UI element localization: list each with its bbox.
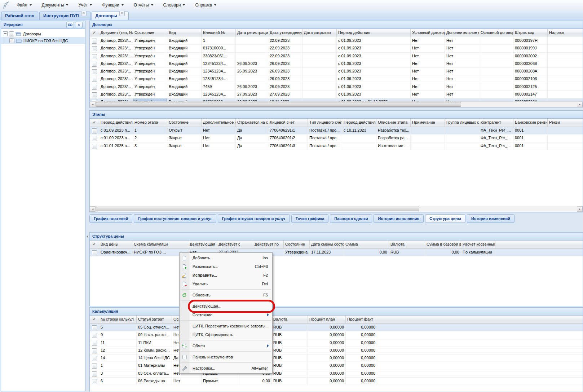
column-header[interactable]: Условный договор: [411, 29, 445, 37]
table-row[interactable]: Договор, 2023/...УтверждёнВходящий123451…: [90, 68, 583, 75]
column-header[interactable]: Дата смены состоя: [310, 241, 344, 248]
context-menu-item[interactable]: ЦИТК. Сформировать...: [180, 330, 272, 339]
column-header[interactable]: Банковские рекви: [513, 119, 548, 127]
column-header[interactable]: Примечание: [411, 119, 445, 127]
column-header[interactable]: Основной договор: [479, 29, 513, 37]
detail-tab[interactable]: График платежей: [89, 214, 132, 223]
close-icon[interactable]: ✕: [119, 11, 125, 16]
scroll-right-arrow[interactable]: ▸: [577, 206, 583, 212]
column-header[interactable]: Валюта: [389, 241, 425, 248]
column-header[interactable]: Контрагент: [479, 119, 513, 127]
column-header[interactable]: Дата регистрации.: [236, 29, 268, 37]
tab-inactive[interactable]: Рабочий стол: [1, 12, 38, 20]
tree-item[interactable]: Договоры: [1, 30, 85, 37]
close-icon[interactable]: ✕: [81, 11, 87, 16]
column-header[interactable]: Номер этапа: [133, 119, 167, 127]
row-checkbox[interactable]: [92, 371, 97, 376]
row-checkbox[interactable]: [92, 348, 97, 353]
table-row[interactable]: 606 Расходы наНетПрямые0,00RUB0,000000,0…: [90, 378, 583, 385]
row-checkbox[interactable]: [92, 356, 97, 361]
column-header[interactable]: Действующая: [188, 241, 217, 248]
detail-tab[interactable]: Точки графика: [291, 214, 329, 223]
column-header[interactable]: Процент план: [308, 316, 346, 323]
column-header[interactable]: Дополнительное с: [445, 29, 479, 37]
detail-tab[interactable]: История исполнения: [374, 214, 424, 223]
menubar-item[interactable]: Отчёты: [131, 1, 156, 9]
column-header[interactable]: Состояние: [167, 119, 202, 127]
select-all-column-header[interactable]: ✓: [90, 241, 99, 248]
column-header[interactable]: Штрих-код: [513, 29, 548, 37]
column-header[interactable]: Налогов: [548, 29, 583, 37]
context-menu-item[interactable]: ЦИТК. Пересчитать косвенные затраты...: [180, 322, 272, 330]
table-row[interactable]: 101 МатериалыНетПрямые0,00RUB0,000000,00…: [90, 362, 583, 370]
menubar-item[interactable]: Функции: [99, 1, 126, 9]
column-header[interactable]: Действует по: [253, 241, 284, 248]
column-header[interactable]: Валюта: [272, 316, 308, 323]
column-header[interactable]: Состояние: [284, 241, 310, 248]
context-menu-item[interactable]: Исправить...F2: [180, 271, 272, 279]
column-header[interactable]: Тип лицевого счёт: [308, 119, 342, 127]
menubar-item[interactable]: Учёт: [75, 1, 95, 9]
row-checkbox[interactable]: [92, 364, 97, 369]
row-checkbox[interactable]: [92, 92, 97, 97]
tree-checkbox[interactable]: [9, 31, 14, 36]
row-checkbox[interactable]: [92, 144, 97, 149]
scroll-left-arrow[interactable]: [87, 235, 88, 238]
table-row[interactable]: 1111 ПКИНетRUB0,000000,00000: [90, 339, 583, 347]
column-header[interactable]: Группа лицевых с: [445, 119, 479, 127]
column-header[interactable]: Лицевой счёт: [268, 119, 308, 127]
scroll-left-arrow[interactable]: ◂: [90, 206, 96, 212]
row-checkbox[interactable]: [92, 39, 97, 44]
context-menu-item[interactable]: Состояние: [180, 310, 272, 319]
column-header[interactable]: Действует с: [217, 241, 253, 248]
detail-tab[interactable]: Паспорта сделки: [330, 214, 372, 223]
row-checkbox[interactable]: [92, 85, 97, 90]
select-all-column-header[interactable]: ✓: [90, 316, 99, 323]
column-header[interactable]: Сумма в базовой в: [425, 241, 461, 248]
column-header[interactable]: Сумма: [344, 241, 389, 248]
scroll-right-arrow[interactable]: ▸: [577, 102, 583, 107]
tree-checkbox[interactable]: [9, 38, 14, 43]
column-header[interactable]: Отражается на су: [236, 119, 268, 127]
table-row[interactable]: Договор, 2023/...УтверждёнВходящий017310…: [90, 45, 583, 52]
binoculars-icon[interactable]: [66, 22, 74, 28]
detail-tab[interactable]: График поступления товаров и услуг: [134, 214, 216, 223]
table-row[interactable]: с 01.01.2025 п...3ЗакрытНетДа7706406291\…: [90, 142, 583, 150]
column-header[interactable]: Дата закрытия: [302, 29, 337, 37]
row-checkbox[interactable]: [92, 62, 97, 67]
table-row[interactable]: Договор, 2023/...УтверждёнВходящий123451…: [90, 75, 583, 83]
row-checkbox[interactable]: [92, 46, 97, 51]
column-header[interactable]: Состояние: [133, 29, 167, 37]
context-menu-item[interactable]: Размножить...Ctrl+F3: [180, 262, 272, 271]
column-header[interactable]: Внешний №: [202, 29, 236, 37]
table-row[interactable]: с 01.09.2023 п...2ЗакрытНетДа7706406291\…: [90, 135, 583, 142]
scrollbar-thumb[interactable]: [96, 207, 419, 211]
column-header[interactable]: Схема калькуляци: [132, 241, 188, 248]
context-menu-item[interactable]: УдалитьDel: [180, 279, 272, 288]
column-header[interactable]: Расчёт косвенных: [461, 241, 495, 248]
column-header[interactable]: Период действия.: [99, 119, 133, 127]
table-row[interactable]: 303 Осн. оплата...НетПрямые0,00RUB0,0000…: [90, 370, 583, 378]
table-row[interactable]: Договор, 2023/...УтверждёнВходящий122.09…: [90, 37, 583, 45]
context-menu-item[interactable]: Действующая...: [180, 302, 272, 310]
context-menu-item[interactable]: Добавить...Ins: [180, 254, 272, 262]
context-menu-item[interactable]: Настройки...Alt+Enter: [180, 364, 272, 373]
tab-active[interactable]: Договоры✕: [92, 12, 129, 20]
row-checkbox[interactable]: [92, 128, 97, 133]
column-header[interactable]: Документ (тип, №: [99, 29, 133, 37]
row-checkbox[interactable]: [92, 136, 97, 141]
column-header[interactable]: Вид цены: [99, 241, 132, 248]
column-header[interactable]: Период действия л: [342, 119, 376, 127]
row-checkbox[interactable]: [92, 69, 97, 74]
row-checkbox[interactable]: [92, 250, 97, 255]
context-menu-item[interactable]: ОбновитьF5: [180, 291, 272, 299]
menubar-item[interactable]: Справка: [192, 1, 219, 9]
menubar-item[interactable]: Документы: [39, 1, 71, 9]
table-row[interactable]: 1212 Комм. расхо...НетRUB0,000000,00000: [90, 347, 583, 354]
column-header[interactable]: № строки калькул: [99, 316, 137, 323]
menubar-item[interactable]: Словари: [160, 1, 188, 9]
table-row[interactable]: 505 Соц. отчисл...НетRUB0,000000,00000: [90, 324, 583, 331]
column-header[interactable]: Описание этапа: [376, 119, 411, 127]
table-row[interactable]: с 01.09.2023 п...1ОткрытНетДа7706406291\…: [90, 127, 583, 135]
table-row[interactable]: Ориентировоч...НИОКР по ГОЗ ...Нет27.10.…: [90, 249, 583, 256]
